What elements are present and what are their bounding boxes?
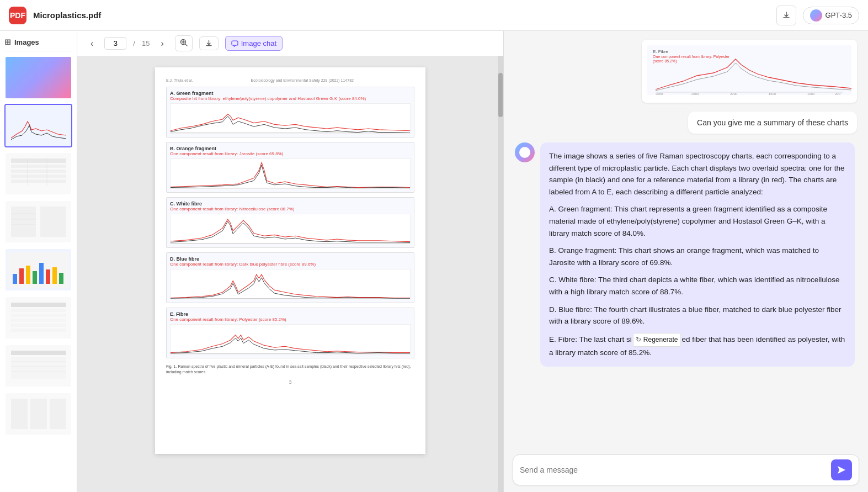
chart-e: E. Fibre One component result from libra…	[166, 308, 414, 358]
thumb-img-7	[6, 345, 71, 387]
ai-para-6: E. Fibre: The last chart si↻ Regeneratee…	[549, 333, 846, 359]
images-icon: ⊞	[4, 38, 11, 46]
svg-rect-3	[11, 165, 66, 168]
app-icon: PDF	[9, 7, 26, 24]
chart-c-desc: One component result from library: Nitro…	[170, 207, 411, 211]
zoom-button[interactable]	[175, 35, 193, 51]
svg-rect-40	[50, 399, 66, 429]
pdf-toolbar: ‹ / 15 › Image chat	[77, 31, 503, 56]
chart-c-body	[170, 214, 411, 244]
page-sep: /	[133, 39, 135, 47]
pdf-footer: Fig. 1. Raman spectra of five plastic an…	[166, 364, 414, 375]
svg-rect-4	[11, 170, 66, 173]
thumb-3[interactable]	[4, 152, 72, 195]
chart-d-title: D. Blue fibre	[170, 256, 411, 262]
svg-text:1500: 1500	[769, 92, 776, 95]
svg-rect-30	[11, 329, 66, 332]
image-preview: E. Fibre One component result from libra…	[642, 40, 857, 103]
download-button[interactable]	[776, 6, 796, 25]
image-chat-button[interactable]: Image chat	[225, 36, 283, 51]
chart-e-title: E. Fibre	[170, 311, 411, 317]
ai-avatar-inner	[519, 147, 530, 158]
gpt-badge[interactable]: GPT-3.5	[803, 7, 859, 24]
svg-rect-11	[40, 207, 66, 237]
svg-rect-18	[26, 266, 30, 284]
chart-preview-svg: E. Fibre One component result from libra…	[647, 45, 851, 95]
export-button[interactable]	[199, 36, 219, 50]
pdf-page-num: 3	[166, 379, 414, 385]
thumb-7[interactable]	[4, 344, 72, 388]
sidebar-title: Images	[14, 38, 39, 46]
svg-rect-45	[232, 41, 238, 45]
chart-b: B. Orange fragment One component result …	[166, 142, 414, 193]
thumb-img-2	[6, 105, 71, 146]
svg-rect-2	[11, 158, 66, 163]
thumb-5[interactable]	[4, 248, 72, 292]
svg-rect-22	[52, 267, 57, 284]
chart-b-desc: One component result from library: Jaros…	[170, 151, 411, 156]
paper-header: E.J. Thula et al. Ecotoxicology and Envi…	[166, 78, 414, 82]
thumb-img-8	[6, 393, 71, 435]
svg-rect-39	[30, 399, 47, 429]
thumb-img-6	[6, 297, 71, 338]
chart-c: C. White fibre One component result from…	[166, 197, 414, 248]
ai-para-1: The image shows a series of five Raman s…	[549, 150, 846, 198]
svg-rect-0	[8, 108, 69, 144]
svg-rect-26	[11, 309, 66, 312]
page-input[interactable]	[104, 37, 126, 50]
svg-rect-33	[11, 357, 66, 379]
svg-text:2500: 2500	[691, 92, 699, 95]
total-pages: 15	[142, 39, 150, 47]
gpt-icon	[810, 9, 822, 22]
svg-rect-17	[19, 268, 24, 284]
ai-message: The image shows a series of five Raman s…	[540, 142, 855, 367]
svg-rect-27	[11, 314, 66, 317]
chart-a-desc: Composite hit from library: ethylene/pol…	[170, 96, 411, 101]
thumb-1[interactable]	[4, 56, 72, 99]
svg-text:One component result from libr: One component result from library: Polye…	[653, 55, 730, 59]
svg-rect-19	[33, 271, 37, 284]
chat-input[interactable]	[520, 465, 827, 474]
thumb-8[interactable]	[4, 392, 72, 436]
chart-b-body	[170, 158, 411, 189]
thumb-4[interactable]	[4, 200, 72, 244]
thumb-2[interactable]	[4, 104, 72, 147]
thumb-img-3	[6, 153, 71, 194]
chart-d: D. Blue fibre One component result from …	[166, 252, 414, 303]
thumb-6[interactable]	[4, 296, 72, 340]
sidebar-header: ⊞ Images	[4, 38, 72, 51]
svg-rect-20	[39, 263, 44, 284]
chart-c-title: C. White fibre	[170, 201, 411, 207]
svg-text:200: 200	[835, 92, 841, 95]
svg-text:E. Fibre: E. Fibre	[653, 49, 669, 54]
svg-text:2000: 2000	[730, 92, 738, 95]
svg-rect-29	[11, 324, 66, 327]
chart-a-body	[170, 103, 411, 134]
svg-rect-16	[13, 274, 17, 284]
ai-para-5: D. Blue fibre: The fourth chart illustra…	[549, 304, 846, 327]
ai-avatar	[515, 142, 535, 162]
svg-rect-10	[11, 207, 36, 237]
chat-input-wrap	[513, 454, 859, 485]
regenerate-inline[interactable]: ↻ Regenerate	[633, 333, 681, 347]
sidebar: ⊞ Images	[0, 31, 77, 492]
ai-message-wrap: The image shows a series of five Raman s…	[515, 142, 857, 367]
chart-e-body	[170, 324, 411, 355]
thumb-img-1	[6, 57, 71, 98]
prev-page-button[interactable]: ‹	[86, 36, 98, 51]
send-button[interactable]	[831, 459, 852, 480]
pdf-scrollbar-thumb[interactable]	[498, 73, 503, 117]
next-page-button[interactable]: ›	[156, 36, 168, 51]
image-chat-label: Image chat	[241, 39, 276, 47]
chat-input-area	[504, 448, 868, 492]
svg-rect-38	[11, 399, 28, 429]
pdf-scroll-area[interactable]: E.J. Thula et al. Ecotoxicology and Envi…	[77, 56, 503, 492]
main-layout: ⊞ Images	[0, 31, 868, 492]
ai-para-2: A. Green fragment: This chart represents…	[549, 203, 846, 239]
chart-b-title: B. Orange fragment	[170, 146, 411, 151]
pdf-scrollbar[interactable]	[498, 56, 503, 492]
svg-rect-6	[11, 179, 66, 183]
svg-text:3000: 3000	[656, 92, 663, 95]
svg-text:1000: 1000	[807, 92, 815, 95]
svg-rect-23	[59, 273, 63, 284]
